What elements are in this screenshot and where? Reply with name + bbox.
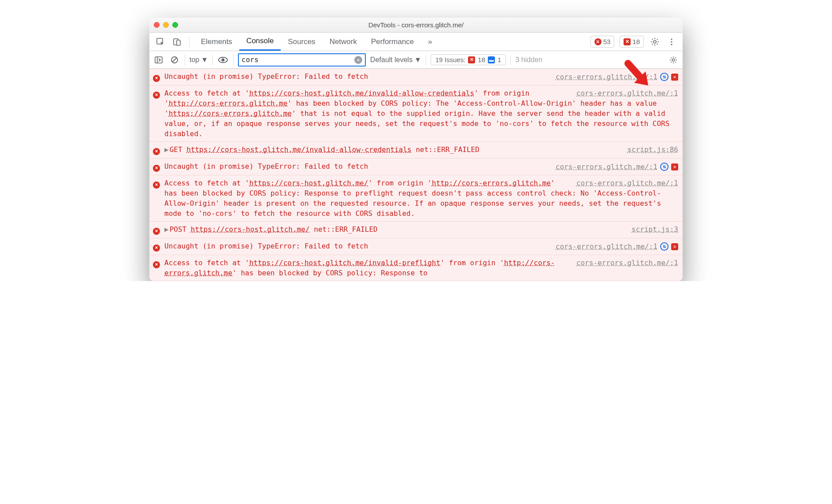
context-label: top [189, 56, 199, 64]
console-entry: ×Uncaught (in promise) TypeError: Failed… [149, 69, 683, 85]
issues-summary[interactable]: 19 Issues: ✕ 18 ▬ 1 [431, 54, 506, 65]
toggle-sidebar-icon[interactable] [153, 54, 164, 66]
chevron-down-icon: ▼ [201, 56, 208, 64]
error-icon: × [153, 148, 160, 155]
error-icon: × [153, 245, 160, 252]
error-icon: × [594, 38, 602, 45]
devtools-window: DevTools - cors-errors.glitch.me/ Elemen… [149, 18, 683, 281]
levels-label: Default levels [370, 56, 412, 64]
source-link[interactable]: script.js:86 [627, 145, 678, 154]
chevron-down-icon: ▼ [414, 56, 421, 64]
error-icon: × [153, 75, 160, 82]
svg-point-5 [671, 41, 672, 42]
clear-filter-icon[interactable]: ✕ [354, 56, 362, 64]
svg-point-6 [671, 44, 672, 45]
svg-line-10 [172, 58, 177, 62]
error-icon: × [153, 261, 160, 268]
svg-point-4 [671, 38, 672, 40]
issue-link-icon[interactable]: ✕ [671, 163, 678, 170]
error-icon: × [153, 228, 160, 235]
more-menu-icon[interactable] [664, 33, 679, 51]
source-link[interactable]: script.js:3 [631, 225, 678, 233]
source-link[interactable]: cors-errors.glitch.me/:1 [556, 162, 657, 172]
tab-elements[interactable]: Elements [194, 33, 239, 51]
settings-gear-icon[interactable] [647, 33, 662, 51]
issues-error-count: 18 [478, 56, 485, 63]
issues-icon: ✕ [624, 38, 631, 45]
svg-point-3 [654, 41, 656, 43]
console-settings-gear-icon[interactable] [668, 54, 679, 66]
console-entry: ×▶POST https://cors-host.glitch.me/ net:… [149, 222, 683, 238]
error-message: Uncaught (in promise) TypeError: Failed … [164, 162, 368, 170]
source-link[interactable]: cors-errors.glitch.me/:1 [556, 72, 657, 82]
network-request-icon[interactable]: ⇅ [660, 242, 669, 251]
issue-link-icon[interactable]: ✕ [671, 243, 678, 250]
live-expression-icon[interactable] [217, 54, 229, 66]
tab-console[interactable]: Console [239, 33, 281, 51]
net-status: net::ERR_FAILED [314, 225, 378, 233]
console-entry: ×cors-errors.glitch.me/:1Access to fetch… [149, 255, 683, 281]
source-link[interactable]: cors-errors.glitch.me/:1 [570, 258, 678, 268]
tab-performance[interactable]: Performance [364, 33, 421, 51]
error-icon: × [153, 165, 160, 172]
error-count: 53 [603, 38, 611, 45]
issues-info-icon: ▬ [488, 56, 495, 63]
issue-link-icon[interactable]: ✕ [671, 74, 678, 81]
inspect-element-icon[interactable] [153, 33, 168, 51]
request-url[interactable]: https://cors-host.glitch.me/invalid-allo… [186, 145, 412, 154]
svg-rect-2 [177, 40, 180, 45]
tab-sources[interactable]: Sources [281, 33, 322, 51]
error-message: Access to fetch at 'https://cors-host.gl… [164, 259, 555, 277]
log-levels-selector[interactable]: Default levels ▼ [370, 56, 421, 64]
filter-input[interactable]: cors ✕ [238, 53, 366, 67]
net-status: net::ERR_FAILED [416, 145, 479, 154]
http-method: POST [170, 225, 187, 233]
issues-label: 19 Issues: [435, 56, 465, 63]
svg-point-12 [222, 58, 225, 61]
expand-triangle-icon[interactable]: ▶ [164, 224, 169, 234]
console-entry: ×Uncaught (in promise) TypeError: Failed… [149, 238, 683, 255]
console-entry: ×Uncaught (in promise) TypeError: Failed… [149, 159, 683, 175]
console-entry: ×cors-errors.glitch.me/:1Access to fetch… [149, 175, 683, 222]
issues-error-icon: ✕ [468, 56, 475, 63]
error-count-badge[interactable]: × 53 [591, 36, 615, 48]
console-entry: ×cors-errors.glitch.me/:1Access to fetch… [149, 85, 683, 142]
console-toolbar: top ▼ cors ✕ Default levels ▼ 19 Issues:… [149, 51, 683, 69]
separator [189, 36, 189, 47]
context-selector[interactable]: top ▼ [189, 56, 208, 64]
error-message: Uncaught (in promise) TypeError: Failed … [164, 242, 368, 250]
error-icon: × [153, 182, 160, 189]
network-request-icon[interactable]: ⇅ [660, 73, 669, 81]
issues-count: 18 [632, 38, 640, 45]
source-link[interactable]: cors-errors.glitch.me/:1 [570, 88, 678, 98]
source-link[interactable]: cors-errors.glitch.me/:1 [556, 241, 657, 252]
console-entry: ×▶GET https://cors-host.glitch.me/invali… [149, 142, 683, 159]
clear-console-icon[interactable] [169, 54, 180, 66]
filter-value: cors [241, 56, 259, 64]
issues-count-badge[interactable]: ✕ 18 [620, 36, 644, 48]
devtools-tabbar: Elements Console Sources Network Perform… [149, 33, 683, 51]
svg-point-13 [672, 59, 674, 61]
device-toolbar-icon[interactable] [170, 33, 185, 51]
hidden-messages[interactable]: 3 hidden [515, 56, 542, 64]
error-icon: × [153, 92, 160, 99]
expand-triangle-icon[interactable]: ▶ [164, 145, 169, 155]
http-method: GET [170, 145, 182, 154]
window-title: DevTools - cors-errors.glitch.me/ [149, 21, 683, 29]
console-output: ×Uncaught (in promise) TypeError: Failed… [149, 69, 683, 281]
issues-info-count: 1 [498, 56, 501, 63]
network-request-icon[interactable]: ⇅ [660, 163, 669, 171]
error-message: Uncaught (in promise) TypeError: Failed … [164, 72, 368, 81]
request-url[interactable]: https://cors-host.glitch.me/ [191, 225, 310, 233]
tab-more[interactable]: » [421, 33, 439, 51]
svg-rect-7 [155, 57, 162, 63]
tab-network[interactable]: Network [323, 33, 364, 51]
window-titlebar: DevTools - cors-errors.glitch.me/ [149, 18, 683, 33]
source-link[interactable]: cors-errors.glitch.me/:1 [570, 178, 678, 188]
panel-tabs: Elements Console Sources Network Perform… [194, 33, 439, 51]
